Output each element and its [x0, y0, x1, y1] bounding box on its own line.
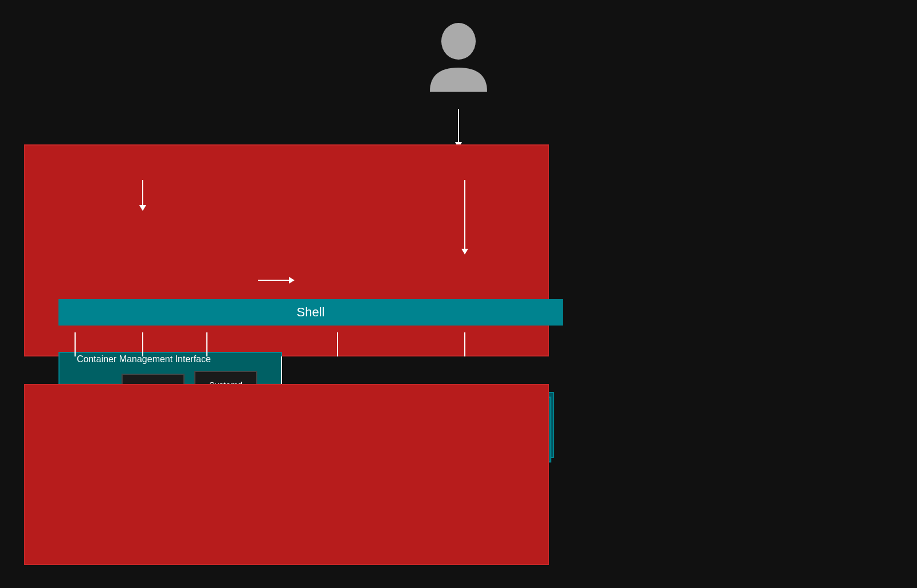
- arrow-shell-to-regular: [464, 180, 465, 250]
- user-area: [424, 17, 493, 92]
- svg-point-0: [441, 23, 476, 60]
- vline-libcontainer: [206, 332, 207, 356]
- user-avatar-icon: [424, 17, 493, 92]
- arrow-top-to-bottom: [281, 356, 282, 385]
- top-red-container: Shell Container Management Interface LXC…: [24, 144, 549, 356]
- arrow-user-to-shell: [458, 109, 459, 143]
- arrow-cmi-to-containerized: [258, 280, 290, 281]
- vline-lxc: [142, 332, 143, 356]
- shell-bar: Shell: [58, 299, 563, 326]
- arrow-shell-to-cmi: [142, 180, 143, 206]
- vline-regular: [464, 332, 465, 356]
- cmi-label: Container Management Interface: [77, 354, 211, 364]
- vline-containerized: [337, 332, 338, 356]
- vline-libvirt: [75, 332, 76, 356]
- shell-label: Shell: [297, 305, 325, 320]
- bottom-red-container: Name Spaces Cgroups SELinux Drivers: [24, 384, 549, 565]
